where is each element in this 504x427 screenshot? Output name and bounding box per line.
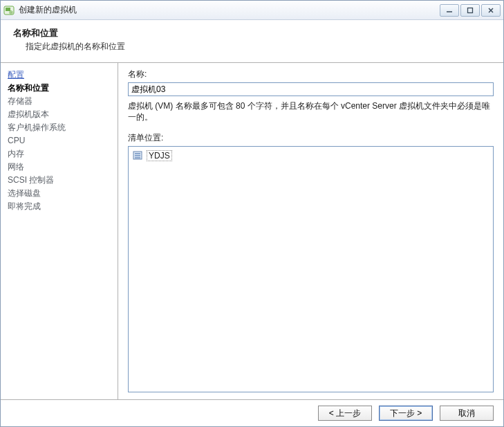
step-network: 网络: [6, 161, 112, 174]
vm-name-input[interactable]: [128, 82, 494, 96]
window-title: 创建新的虚拟机: [19, 4, 440, 16]
name-help-text: 虚拟机 (VM) 名称最多可包含 80 个字符，并且名称在每个 vCenter …: [128, 100, 494, 122]
cancel-button[interactable]: 取消: [440, 406, 494, 421]
titlebar: 创建新的虚拟机: [1, 1, 503, 20]
inventory-tree[interactable]: YDJS: [128, 146, 494, 392]
step-memory: 内存: [6, 147, 112, 161]
step-storage: 存储器: [6, 95, 112, 108]
step-scsi: SCSI 控制器: [6, 174, 112, 187]
wizard-main-panel: 名称: 虚拟机 (VM) 名称最多可包含 80 个字符，并且名称在每个 vCen…: [118, 63, 503, 399]
page-subtitle: 指定此虚拟机的名称和位置: [26, 41, 491, 53]
step-guest-os: 客户机操作系统: [6, 121, 112, 134]
wizard-body: 配置 名称和位置 存储器 虚拟机版本 客户机操作系统 CPU 内存 网络 SCS…: [1, 63, 503, 399]
wizard-header: 名称和位置 指定此虚拟机的名称和位置: [1, 20, 503, 63]
wizard-footer: < 上一步 下一步 > 取消: [1, 399, 503, 426]
page-title: 名称和位置: [13, 27, 491, 39]
wizard-steps-sidebar: 配置 名称和位置 存储器 虚拟机版本 客户机操作系统 CPU 内存 网络 SCS…: [1, 63, 118, 399]
svg-rect-6: [135, 153, 140, 154]
step-disk: 选择磁盘: [6, 187, 112, 200]
step-cpu: CPU: [6, 134, 112, 147]
step-vm-version: 虚拟机版本: [6, 108, 112, 121]
step-ready: 即将完成: [6, 200, 112, 213]
minimize-button[interactable]: [440, 4, 459, 17]
tree-item[interactable]: YDJS: [131, 149, 490, 162]
svg-rect-7: [135, 155, 140, 156]
tree-item-label: YDJS: [147, 150, 172, 161]
window-controls: [440, 4, 501, 17]
step-configuration[interactable]: 配置: [6, 69, 112, 82]
next-button[interactable]: 下一步 >: [379, 406, 433, 421]
wizard-window: 创建新的虚拟机 名称和位置 指定此虚拟机的名称和位置 配置 名称和位置 存储器 …: [0, 0, 504, 427]
svg-rect-8: [135, 157, 140, 158]
datacenter-icon: [133, 151, 144, 161]
close-button[interactable]: [481, 4, 501, 17]
name-label: 名称:: [128, 69, 494, 80]
inventory-label: 清单位置:: [128, 132, 494, 144]
svg-rect-4: [468, 8, 473, 12]
app-icon: [3, 5, 15, 16]
svg-rect-1: [6, 8, 10, 11]
step-name-location[interactable]: 名称和位置: [6, 82, 112, 95]
maximize-button[interactable]: [460, 4, 480, 17]
back-button[interactable]: < 上一步: [318, 406, 372, 421]
